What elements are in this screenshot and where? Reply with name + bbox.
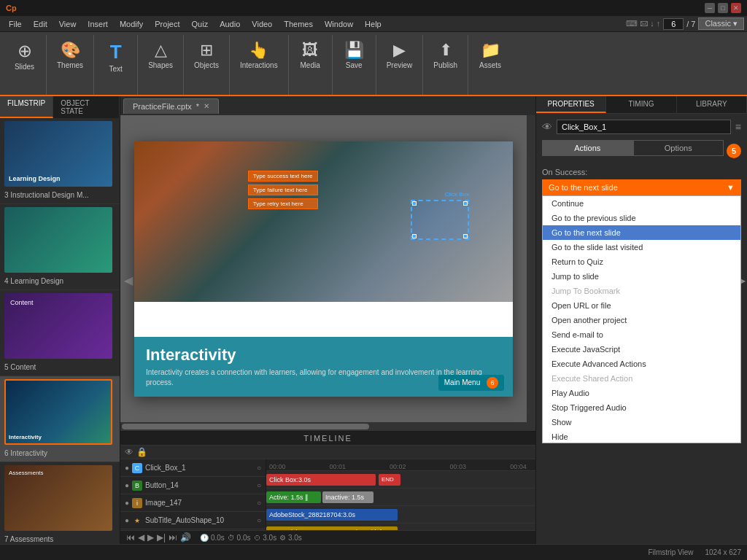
menu-view[interactable]: View [53,18,82,30]
step-back-button[interactable]: ◀ [138,532,144,542]
window-controls[interactable]: ─ □ ✕ [705,3,741,13]
menu-file[interactable]: File [3,18,28,30]
timeline-block[interactable]: Active: 1.5s ‖ [266,491,321,503]
tab-library[interactable]: LIBRARY [677,96,747,113]
dropdown-item[interactable]: Go to the previous slide [543,211,740,225]
tab-filmstrip[interactable]: FILMSTRIP [0,96,53,118]
track-lock-1[interactable]: ○ [257,464,261,472]
menu-themes[interactable]: Themes [278,18,319,30]
canvas-horizontal-scrollbar[interactable] [120,422,535,431]
track-visibility-4[interactable]: ● [125,516,129,524]
classic-dropdown[interactable]: Classic ▾ [698,18,744,30]
interactions-button[interactable]: 👆 Interactions [236,38,282,72]
maximize-button[interactable]: □ [718,3,728,13]
tab-actions[interactable]: Actions [542,140,633,156]
play-button[interactable]: ▶ [147,532,154,542]
list-item[interactable]: Assessments 7 Assessments [0,462,120,544]
list-item[interactable]: 4 Learning Design [0,204,120,290]
visibility-toggle[interactable]: 👁 [542,121,552,133]
track-visibility-1[interactable]: ● [125,464,129,472]
dropdown-list[interactable]: Continue Go to the previous slide Go to … [542,195,741,443]
failure-text-box[interactable]: Type failure text here [248,184,318,195]
save-button[interactable]: 💾 Save [340,38,368,72]
preview-label: Preview [387,61,413,69]
themes-button[interactable]: 🎨 Themes [53,38,88,72]
tab-timing[interactable]: TIMING [606,96,676,113]
menu-help[interactable]: Help [359,18,387,30]
step-forward-button[interactable]: ▶| [157,532,166,542]
retry-text-box[interactable]: Type retry text here [248,198,318,209]
tab-options[interactable]: Options [633,140,724,156]
dropdown-item[interactable]: Show [543,415,740,429]
skip-back-button[interactable]: ⏮ [126,532,135,542]
lock-icon[interactable]: 🔒 [136,447,147,457]
objects-button[interactable]: ⊞ Objects [190,38,223,72]
track-visibility-3[interactable]: ● [125,499,129,507]
tab-object-state[interactable]: OBJECT STATE [53,96,120,118]
dropdown-item[interactable]: Open another project [543,313,740,327]
dropdown-item[interactable]: Go to the next slide [543,225,740,240]
scroll-thumb[interactable] [122,424,369,429]
menu-edit[interactable]: Edit [28,18,53,30]
resize-handle-br[interactable] [463,234,468,238]
media-button[interactable]: 🖼 Media [296,38,325,72]
list-item[interactable]: Content 5 Content [0,290,120,376]
slide-number-input[interactable] [663,18,684,30]
track-visibility-2[interactable]: ● [125,481,129,489]
success-text-box[interactable]: Type success text here [248,171,318,182]
menu-project[interactable]: Project [149,18,185,30]
dropdown-selected-value[interactable]: Go to the next slide ▼ [542,179,741,195]
dropdown-item[interactable]: Jump to slide [543,269,740,284]
timeline-block[interactable]: Click Box:3.0s [266,474,376,486]
assets-button[interactable]: 📁 Assets [475,38,506,72]
dropdown-item[interactable]: Continue [543,196,740,211]
main-menu-button[interactable]: Main Menu 6 [438,375,504,391]
preview-button[interactable]: ▶ Preview [382,38,417,72]
audio-button[interactable]: 🔊 [180,532,191,542]
file-tab[interactable]: PracticeFile.cptx * ✕ [123,98,219,114]
dropdown-item[interactable]: Execute JavaScript [543,342,740,357]
publish-button[interactable]: ⬆ Publish [429,38,462,72]
tab-properties[interactable]: PROPERTIES [536,96,606,113]
text-button[interactable]: T Text [104,38,126,76]
track-lock-3[interactable]: ○ [257,499,261,507]
dropdown-item[interactable]: Execute Advanced Actions [543,357,740,371]
dropdown-item[interactable]: Play Audio [543,386,740,400]
eye-icon[interactable]: 👁 [125,447,133,457]
dropdown-item[interactable]: Return to Quiz [543,254,740,269]
dropdown-item[interactable]: Open URL or file [543,298,740,313]
list-item[interactable]: Learning Design 3 Instructional Design M… [0,118,120,204]
close-button[interactable]: ✕ [731,3,741,13]
properties-menu-icon[interactable]: ≡ [735,121,741,133]
menu-insert[interactable]: Insert [82,18,114,30]
canvas-scroll-area[interactable]: ◀ Click Box [120,115,527,422]
dropdown-item[interactable]: Hide [543,429,740,443]
close-tab-button[interactable]: ✕ [204,102,209,110]
dropdown-item[interactable]: Send e-mail to [543,327,740,342]
menu-audio[interactable]: Audio [214,18,246,30]
menu-video[interactable]: Video [246,18,278,30]
timeline-block[interactable]: AdobeStock_288218704:3.0s [266,509,398,521]
resize-handle-tr[interactable] [463,201,468,206]
menu-window[interactable]: Window [319,18,359,30]
click-box-overlay[interactable]: Click Box [411,200,469,240]
slides-button[interactable]: ⊕ Slides [10,38,39,74]
publish-icon: ⬆ [439,41,452,60]
track-lock-2[interactable]: ○ [257,481,261,489]
minimize-button[interactable]: ─ [705,3,715,13]
scroll-left-arrow[interactable]: ◀ [124,273,133,287]
menu-modify[interactable]: Modify [114,18,149,30]
shapes-button[interactable]: △ Shapes [144,38,177,72]
resize-handle-bl[interactable] [412,234,417,238]
timeline-inactive-block[interactable]: Inactive: 1.5s [322,491,374,503]
canvas-vertical-scrollbar[interactable] [527,115,535,422]
dropdown-item[interactable]: Go to the slide last visited [543,240,740,254]
timeline-block[interactable]: Interactivity creates a connection with … [266,526,398,531]
track-lock-4[interactable]: ○ [257,516,261,524]
resize-handle-tl[interactable] [412,201,417,206]
dropdown-item[interactable]: Stop Triggered Audio [543,400,740,415]
object-name-input[interactable] [557,120,731,134]
list-item[interactable]: Interactivity 6 Interactivity [0,376,120,462]
skip-forward-button[interactable]: ⏭ [169,532,177,542]
menu-quiz[interactable]: Quiz [186,18,214,30]
